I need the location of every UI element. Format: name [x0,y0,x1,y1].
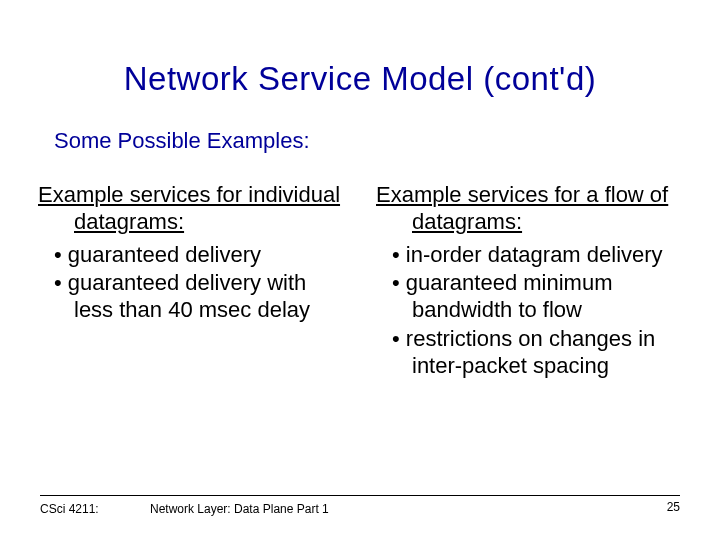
list-item: guaranteed delivery with less than 40 ms… [38,270,344,324]
list-item: guaranteed delivery [38,242,344,269]
page-title: Network Service Model (cont'd) [36,60,684,98]
subtitle: Some Possible Examples: [54,128,684,154]
list-item: in-order datagram delivery [376,242,682,269]
left-heading: Example services for individual datagram… [38,182,344,236]
right-column: Example services for a flow of datagrams… [376,182,682,382]
footer-title: Network Layer: Data Plane Part 1 [150,502,640,516]
slide: Network Service Model (cont'd) Some Poss… [0,0,720,540]
list-item: guaranteed minimum bandwidth to flow [376,270,682,324]
right-list: in-order datagram delivery guaranteed mi… [376,242,682,380]
footer: CSci 4211: Network Layer: Data Plane Par… [40,495,680,516]
list-item: restrictions on changes in inter-packet … [376,326,682,380]
left-list: guaranteed delivery guaranteed delivery … [38,242,344,324]
left-column: Example services for individual datagram… [38,182,344,382]
right-heading: Example services for a flow of datagrams… [376,182,682,236]
footer-course: CSci 4211: [40,502,150,516]
footer-page-number: 25 [640,500,680,514]
content-columns: Example services for individual datagram… [36,182,684,382]
